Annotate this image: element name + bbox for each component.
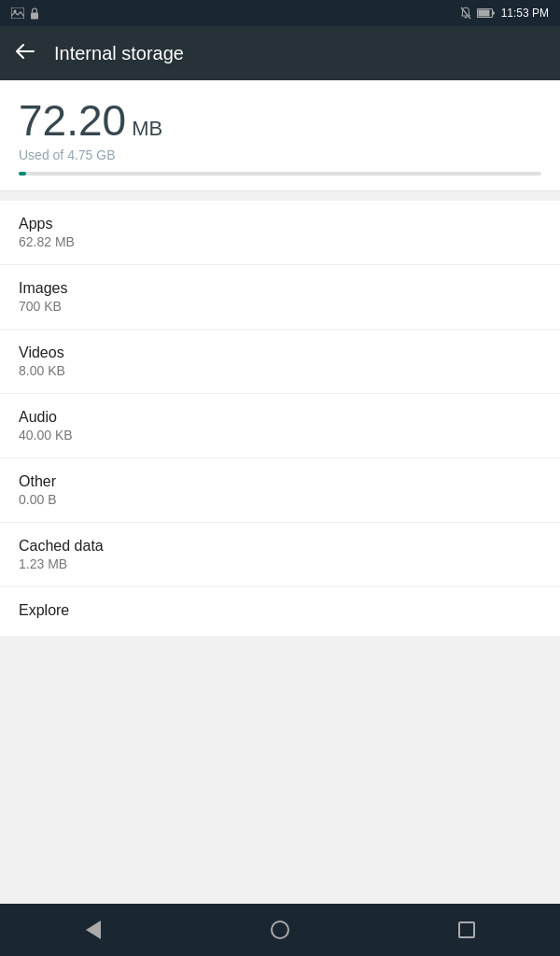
nav-back-button[interactable] — [65, 911, 121, 949]
nav-back-icon — [86, 921, 101, 939]
page-title: Internal storage — [54, 43, 184, 64]
svg-rect-5 — [478, 10, 489, 17]
storage-unit: MB — [132, 117, 162, 141]
nav-bar — [0, 904, 560, 956]
storage-progress-fill — [19, 172, 26, 176]
svg-rect-2 — [31, 12, 38, 19]
list-item-apps-title: Apps — [19, 216, 541, 232]
storage-amount-display: 72.20 MB — [19, 99, 541, 142]
list-item-images-subtitle: 700 KB — [19, 299, 541, 314]
list-item-images[interactable]: Images 700 KB — [0, 265, 560, 330]
nav-recents-button[interactable] — [439, 911, 495, 949]
status-bar-left-icons — [11, 7, 39, 20]
storage-progress-bar — [19, 172, 541, 176]
nav-home-button[interactable] — [252, 911, 308, 949]
list-item-audio[interactable]: Audio 40.00 KB — [0, 394, 560, 458]
battery-icon — [477, 7, 496, 19]
list-item-other-title: Other — [19, 473, 541, 490]
list-item-cached-data[interactable]: Cached data 1.23 MB — [0, 523, 560, 587]
nav-home-icon — [271, 921, 289, 939]
list-item-videos[interactable]: Videos 8.00 KB — [0, 330, 560, 394]
list-item-videos-title: Videos — [19, 344, 541, 361]
list-item-other[interactable]: Other 0.00 B — [0, 458, 560, 523]
status-bar-right-icons: 11:53 PM — [460, 7, 549, 20]
app-bar: Internal storage — [0, 26, 560, 80]
storage-number: 72.20 — [19, 99, 126, 142]
list-item-explore[interactable]: Explore — [0, 587, 560, 636]
status-time: 11:53 PM — [501, 7, 549, 20]
list-item-explore-title: Explore — [19, 602, 541, 619]
section-divider — [0, 190, 560, 191]
back-button[interactable] — [15, 41, 35, 65]
list-item-other-subtitle: 0.00 B — [19, 492, 541, 507]
svg-rect-0 — [11, 7, 24, 19]
storage-items-list: Apps 62.82 MB Images 700 KB Videos 8.00 … — [0, 201, 560, 636]
list-item-cached-data-subtitle: 1.23 MB — [19, 556, 541, 571]
list-item-apps-subtitle: 62.82 MB — [19, 234, 541, 249]
notification-mute-icon — [460, 7, 471, 20]
list-item-cached-data-title: Cached data — [19, 538, 541, 555]
list-item-audio-subtitle: 40.00 KB — [19, 428, 541, 443]
image-icon — [11, 7, 24, 19]
storage-summary: 72.20 MB Used of 4.75 GB — [0, 80, 560, 190]
status-bar: 11:53 PM — [0, 0, 560, 26]
storage-used-label: Used of 4.75 GB — [19, 148, 541, 162]
list-item-images-title: Images — [19, 280, 541, 297]
list-item-audio-title: Audio — [19, 409, 541, 426]
lock-icon — [30, 7, 39, 20]
list-item-videos-subtitle: 8.00 KB — [19, 363, 541, 378]
main-content: 72.20 MB Used of 4.75 GB Apps 62.82 MB I… — [0, 80, 560, 904]
nav-recents-icon — [458, 921, 475, 938]
list-item-apps[interactable]: Apps 62.82 MB — [0, 201, 560, 265]
